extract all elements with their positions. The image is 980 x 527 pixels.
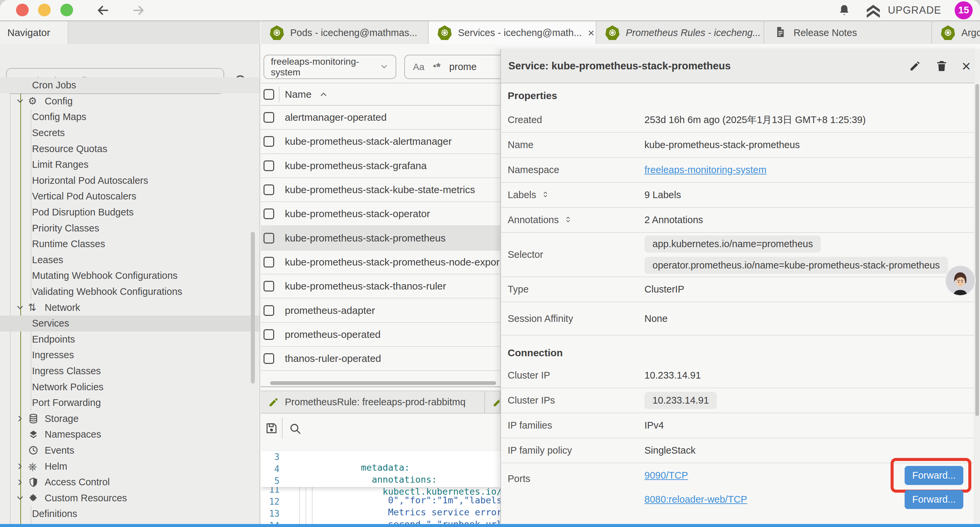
sidebar-item[interactable]: Vertical Pod Autoscalers [0, 188, 259, 204]
sort-ascending-icon[interactable] [319, 90, 328, 99]
edit-pencil-icon[interactable] [908, 59, 922, 73]
sidebar-item[interactable]: Port Forwarding [0, 395, 259, 411]
table-row[interactable]: prometheus-operated [261, 323, 500, 347]
table-row[interactable]: kube-prometheus-stack-kube-state-metrics [261, 178, 500, 202]
table-row[interactable]: kube-prometheus-stack-thanos-ruler [261, 274, 500, 299]
row-checkbox[interactable] [264, 257, 274, 267]
tree-chevron-icon[interactable] [15, 430, 28, 439]
sidebar-item[interactable]: ⇅ Network [0, 299, 259, 315]
sidebar-item[interactable]: Network Policies [0, 379, 259, 395]
table-horizontal-scrollbar[interactable] [270, 381, 496, 385]
sort-toggle-icon[interactable] [564, 215, 572, 225]
sidebar-item[interactable]: ⚙ Config [0, 93, 259, 110]
save-icon[interactable] [265, 422, 278, 435]
tree-chevron-icon[interactable] [15, 96, 28, 106]
forward-button[interactable]: Forward... [905, 466, 963, 485]
sidebar-item[interactable]: Endpoints [0, 331, 259, 347]
row-checkbox[interactable] [264, 136, 274, 147]
row-checkbox[interactable] [264, 112, 274, 123]
row-checkbox[interactable] [264, 353, 274, 364]
sort-toggle-icon[interactable] [541, 191, 549, 200]
sidebar-item[interactable]: Services [0, 315, 259, 331]
yaml-editor[interactable]: 11 0","for":"1m","labels":{"service":" 1… [261, 451, 500, 527]
sidebar-item[interactable]: Mutating Webhook Configurations [0, 268, 259, 284]
editor-line[interactable]: 5 kubectl.kubernetes.io/last-applied-co [261, 475, 500, 487]
tree-chevron-icon[interactable] [15, 303, 28, 312]
sidebar-item[interactable]: ⎈ Helm [0, 458, 259, 474]
app-tab[interactable]: Release Notes [764, 21, 932, 44]
row-checkbox[interactable] [264, 185, 274, 195]
pane-divider[interactable] [261, 386, 500, 387]
table-row[interactable]: alertmanager-operated [261, 106, 500, 130]
sidebar-item[interactable]: Runtime Classes [0, 236, 259, 252]
sidebar-item[interactable]: Priority Classes [0, 220, 259, 236]
macos-close-button[interactable] [16, 4, 29, 16]
forward-button[interactable]: Forward... [905, 490, 963, 509]
sidebar-item[interactable]: Access Control [0, 474, 259, 490]
forward-button[interactable] [131, 3, 146, 18]
table-row[interactable]: kube-prometheus-stack-alertmanager [261, 130, 500, 154]
sidebar-item[interactable]: Config Maps [0, 109, 259, 125]
panel-scrollbar[interactable] [975, 84, 979, 416]
sidebar-item[interactable]: Pod Disruption Budgets [0, 204, 259, 220]
sidebar-item[interactable]: Secrets [0, 125, 259, 141]
sidebar-item[interactable]: Resource Quotas [0, 141, 259, 157]
column-header-name[interactable]: Name [285, 89, 312, 100]
row-checkbox[interactable] [264, 161, 274, 171]
macos-zoom-button[interactable] [60, 4, 73, 16]
row-checkbox[interactable] [264, 281, 274, 291]
tree-chevron-icon[interactable] [15, 461, 28, 471]
macos-minimize-button[interactable] [38, 4, 51, 16]
tab-close-icon[interactable]: × [588, 26, 594, 39]
upgrade-button[interactable]: UPGRADE [865, 3, 941, 18]
match-case-toggle[interactable]: Aa [413, 62, 424, 72]
regex-toggle-icon[interactable]: ▪* [433, 61, 440, 73]
sidebar-item[interactable]: Leases [0, 252, 259, 268]
namespace-selector[interactable]: freeleaps-monitoring-system [264, 55, 396, 79]
table-row[interactable]: kube-prometheus-stack-grafana [261, 154, 500, 178]
sidebar-item[interactable]: Ingress Classes [0, 363, 259, 379]
editor-tab[interactable]: PrometheusRule: freeleaps-prod-rabbitmq [261, 391, 485, 413]
table-row[interactable]: kube-prometheus-stack-prometheus-node-ex… [261, 250, 500, 274]
select-all-checkbox[interactable] [264, 89, 274, 100]
notification-count-badge[interactable]: 15 [955, 2, 973, 19]
app-tab[interactable]: Services - icecheng@math... × [429, 21, 597, 44]
back-button[interactable] [95, 3, 111, 18]
sidebar-item[interactable]: Ingresses [0, 347, 259, 363]
row-checkbox[interactable] [264, 329, 274, 340]
row-checkbox[interactable] [264, 305, 274, 316]
sidebar-item[interactable]: Definitions [0, 506, 259, 522]
sidebar-item[interactable]: Horizontal Pod Autoscalers [0, 173, 259, 189]
table-row[interactable]: kube-prometheus-stack-operator [261, 202, 500, 226]
table-row[interactable]: thanos-ruler-operated [261, 347, 500, 371]
tree-chevron-icon[interactable] [15, 445, 28, 455]
sidebar-item[interactable]: Cron Jobs [0, 77, 259, 93]
navigator-tab[interactable]: Navigator [0, 21, 68, 44]
tree-chevron-icon[interactable] [15, 477, 28, 487]
sidebar-item[interactable]: Validating Webhook Configurations [0, 284, 259, 300]
delete-trash-icon[interactable] [935, 59, 948, 73]
sidebar-item[interactable]: Custom Resources [0, 490, 259, 506]
row-checkbox[interactable] [264, 233, 274, 244]
filter-input[interactable]: Aa ▪* prome [404, 55, 500, 79]
sidebar-item[interactable]: Namespaces [0, 427, 259, 443]
tree-chevron-icon[interactable] [15, 414, 28, 424]
app-tab[interactable]: Pods - icecheng@mathmas... [261, 21, 429, 44]
sidebar-item[interactable]: Limit Ranges [0, 157, 259, 173]
port-link[interactable]: 9090/TCP [644, 470, 688, 481]
row-checkbox[interactable] [264, 209, 274, 219]
editor-tab[interactable] [485, 391, 500, 413]
editor-search-icon[interactable] [289, 422, 302, 435]
port-link[interactable]: 8080:reloader-web/TCP [644, 494, 747, 505]
close-x-icon[interactable]: × [962, 58, 970, 74]
table-row[interactable]: kube-prometheus-stack-prometheus [261, 226, 500, 250]
app-tab[interactable]: Argo Se [932, 21, 980, 44]
sidebar-item[interactable]: Events [0, 443, 259, 459]
user-avatar[interactable] [945, 265, 976, 296]
sidebar-item[interactable]: Storage [0, 411, 259, 427]
table-row[interactable]: prometheus-adapter [261, 299, 500, 323]
tree-chevron-icon[interactable] [15, 493, 28, 503]
sidebar-scrollbar[interactable] [251, 232, 255, 384]
notifications-bell-icon[interactable] [837, 3, 851, 18]
app-tab[interactable]: Prometheus Rules - icecheng... [597, 21, 764, 44]
